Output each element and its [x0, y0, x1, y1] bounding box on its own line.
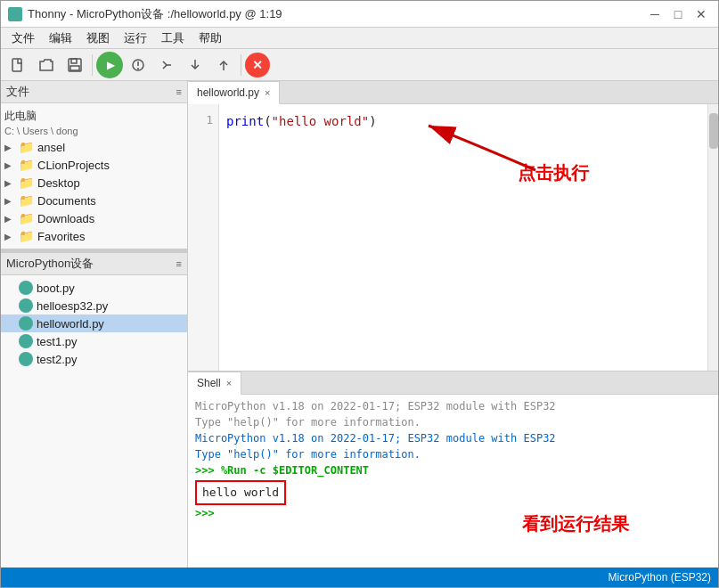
file-name: helloesp32.py: [37, 299, 108, 313]
expand-icon: ▶: [4, 214, 19, 224]
folder-icon: 📁: [19, 176, 34, 190]
minimize-button[interactable]: ─: [645, 4, 665, 24]
title-bar-left: Thonny - MicroPython设备 :/helloworld.py @…: [8, 6, 282, 22]
menu-view[interactable]: 视图: [79, 29, 117, 48]
sidebar: 文件 ≡ 此电脑 C: \ Users \ dong ▶ 📁 ansel ▶: [1, 81, 188, 568]
device-panel-header[interactable]: MicroPython设备 ≡: [1, 253, 187, 275]
this-pc-label: 此电脑: [1, 107, 187, 126]
file-test1-py[interactable]: test1.py: [1, 332, 187, 350]
menu-run[interactable]: 运行: [117, 29, 154, 48]
expand-icon: ▶: [4, 143, 19, 152]
file-helloworld-py[interactable]: helloworld.py: [1, 314, 187, 332]
file-panel-title: 文件: [6, 84, 29, 100]
title-bar-controls: ─ □ ✕: [645, 4, 711, 24]
toolbar-separator-2: [241, 54, 241, 76]
folder-desktop[interactable]: ▶ 📁 Desktop: [1, 174, 187, 192]
menu-file[interactable]: 文件: [4, 29, 42, 48]
device-file-tree: boot.py helloesp32.py helloworld.py: [1, 275, 187, 372]
file-tree: 此电脑 C: \ Users \ dong ▶ 📁 ansel ▶ 📁 CLio…: [1, 103, 187, 249]
folder-icon: 📁: [19, 211, 34, 225]
editor-scrollbar[interactable]: [707, 104, 718, 371]
file-boot-py[interactable]: boot.py: [1, 279, 187, 297]
file-test2-py[interactable]: test2.py: [1, 350, 187, 368]
shell-area: Shell × MicroPython v1.18 on 2022-01-17;…: [188, 372, 718, 568]
folder-name: Desktop: [37, 176, 80, 190]
device-panel-menu-icon: ≡: [176, 258, 182, 269]
folder-favorites[interactable]: ▶ 📁 Favorites: [1, 227, 187, 245]
device-panel: MicroPython设备 ≡ boot.py helloesp32: [1, 252, 187, 372]
file-name: boot.py: [37, 282, 75, 295]
window-title: Thonny - MicroPython设备 :/helloworld.py @…: [28, 6, 282, 22]
shell-text-5: >>> %Run -c $EDITOR_CONTENT: [195, 464, 369, 477]
menu-tools[interactable]: 工具: [154, 29, 192, 48]
file-panel: 文件 ≡ 此电脑 C: \ Users \ dong ▶ 📁 ansel ▶: [1, 81, 187, 249]
shell-prompt-line: >>>: [195, 505, 711, 521]
device-panel-title: MicroPython设备: [6, 256, 94, 272]
menu-edit[interactable]: 编辑: [42, 29, 79, 48]
main-window: Thonny - MicroPython设备 :/helloworld.py @…: [0, 0, 719, 588]
code-line-1: print("hello world"): [226, 111, 700, 131]
code-area[interactable]: print("hello world"): [219, 104, 707, 371]
folder-documents[interactable]: ▶ 📁 Documents: [1, 192, 187, 209]
editor-tab-helloworld[interactable]: helloworld.py ×: [188, 81, 280, 104]
paren-open: (: [264, 111, 271, 131]
shell-text-2: Type "help()" for more information.: [195, 416, 421, 429]
editor-tab-bar: helloworld.py ×: [188, 81, 718, 104]
editor-tab-close[interactable]: ×: [265, 87, 270, 98]
step-into-button[interactable]: [182, 52, 208, 78]
shell-tab-close[interactable]: ×: [226, 378, 232, 388]
maximize-button[interactable]: □: [668, 4, 688, 24]
shell-tab[interactable]: Shell ×: [188, 372, 241, 395]
debug-button[interactable]: [125, 52, 151, 78]
folder-name: Downloads: [37, 212, 94, 225]
py-file-icon: [19, 352, 33, 366]
close-button[interactable]: ✕: [691, 4, 711, 24]
shell-tab-bar: Shell ×: [188, 372, 718, 395]
expand-icon: ▶: [4, 232, 19, 241]
file-name: helloworld.py: [37, 317, 104, 331]
shell-line-3: MicroPython v1.18 on 2022-01-17; ESP32 m…: [195, 430, 711, 446]
toolbar: ✕: [1, 49, 718, 81]
paren-close: ): [369, 111, 376, 131]
file-name: test2.py: [37, 353, 78, 366]
editor-content: 1 print("hello world"): [188, 104, 718, 371]
editor-tab-label: helloworld.py: [197, 86, 259, 99]
shell-final-prompt: >>>: [195, 507, 215, 519]
editor-area: helloworld.py × 1 print("hello world"): [188, 81, 718, 372]
shell-text-4: Type "help()" for more information.: [195, 448, 421, 461]
step-out-button[interactable]: [210, 52, 237, 78]
file-panel-menu-icon: ≡: [176, 86, 182, 97]
debug-icon: [130, 57, 146, 73]
shell-content[interactable]: MicroPython v1.18 on 2022-01-17; ESP32 m…: [188, 395, 718, 568]
file-panel-header[interactable]: 文件 ≡: [1, 81, 187, 103]
folder-clionprojects[interactable]: ▶ 📁 CLionProjects: [1, 156, 187, 174]
line-numbers: 1: [188, 104, 219, 371]
folder-name: ansel: [37, 141, 65, 154]
folder-downloads[interactable]: ▶ 📁 Downloads: [1, 209, 187, 227]
folder-icon: 📁: [19, 193, 34, 208]
svg-point-6: [137, 68, 139, 69]
step-over-button[interactable]: [153, 52, 180, 78]
menu-help[interactable]: 帮助: [192, 29, 229, 48]
stop-button[interactable]: ✕: [245, 53, 270, 78]
shell-line-4: Type "help()" for more information.: [195, 446, 711, 462]
shell-line-2: Type "help()" for more information.: [195, 414, 711, 430]
run-button[interactable]: [96, 52, 123, 78]
shell-text-1: MicroPython v1.18 on 2022-01-17; ESP32 m…: [195, 400, 556, 412]
open-file-button[interactable]: [33, 52, 60, 78]
folder-ansel[interactable]: ▶ 📁 ansel: [1, 138, 187, 156]
py-file-icon: [19, 334, 33, 348]
folder-icon: 📁: [19, 140, 34, 154]
folder-icon: 📁: [19, 229, 34, 243]
file-helloesp32-py[interactable]: helloesp32.py: [1, 297, 187, 314]
status-bar: MicroPython (ESP32): [1, 568, 718, 587]
new-file-button[interactable]: [4, 52, 31, 78]
shell-output-box: hello world: [195, 480, 286, 505]
svg-rect-0: [12, 59, 21, 71]
file-path: C: \ Users \ dong: [1, 126, 187, 138]
menu-bar: 文件 编辑 视图 运行 工具 帮助: [1, 28, 718, 49]
keyword-print: print: [226, 111, 264, 131]
save-file-button[interactable]: [61, 52, 88, 78]
save-file-icon: [67, 57, 83, 73]
expand-icon: ▶: [4, 196, 19, 206]
